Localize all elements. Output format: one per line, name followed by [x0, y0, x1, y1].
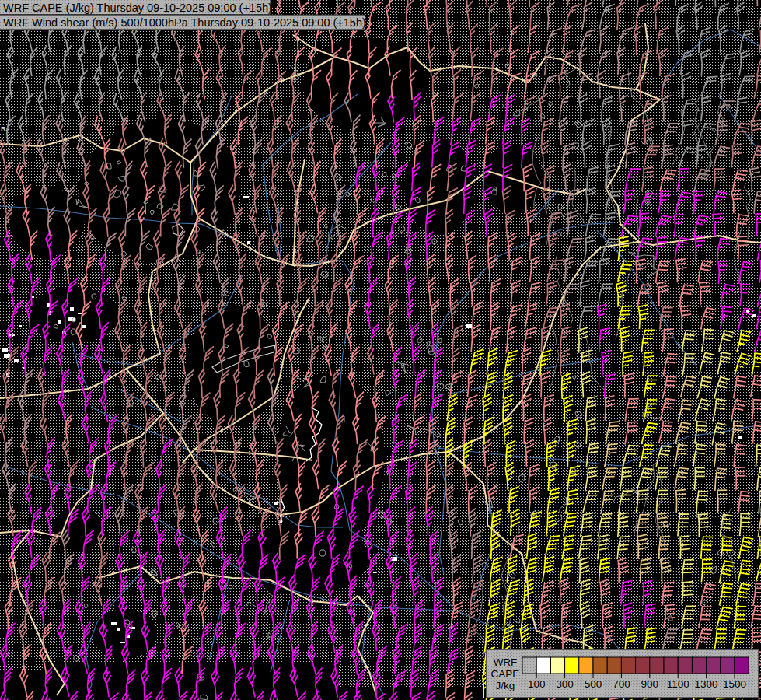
svg-text:WRF Wind shear (m/s) 500/1000h: WRF Wind shear (m/s) 500/1000hPa Thursda… [3, 16, 366, 29]
svg-text:WRF: WRF [494, 656, 518, 668]
svg-text:700: 700 [613, 678, 630, 690]
svg-text:CAPE: CAPE [491, 668, 520, 680]
svg-text:500: 500 [585, 678, 602, 690]
svg-text:300: 300 [556, 678, 574, 690]
svg-text:WRF CAPE (J/kg) Thursday 09-10: WRF CAPE (J/kg) Thursday 09-10-2025 09:0… [3, 2, 272, 14]
svg-text:100: 100 [528, 678, 546, 690]
svg-text:1100: 1100 [667, 678, 689, 690]
svg-text:900: 900 [641, 678, 659, 690]
svg-text:1500: 1500 [723, 678, 746, 690]
svg-text:1300: 1300 [695, 678, 718, 690]
svg-text:J/kg: J/kg [496, 680, 515, 691]
